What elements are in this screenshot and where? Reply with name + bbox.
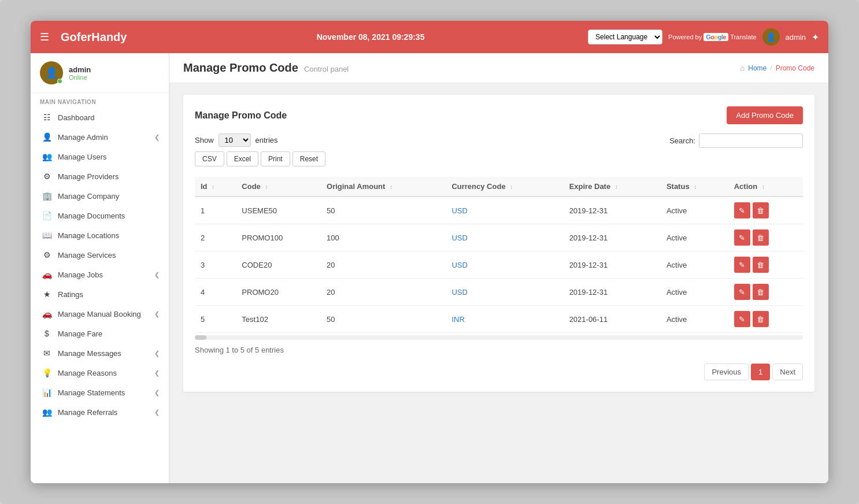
share-icon[interactable]: ✦ [812,32,819,43]
next-button[interactable]: Next [772,364,803,380]
manage-documents-icon: 📄 [42,211,52,220]
sidebar-item-manage-fare[interactable]: $ Manage Fare [31,324,169,343]
sidebar-item-label: Manage Reasons [58,369,117,377]
sidebar-item-ratings[interactable]: ★ Ratings [31,284,169,304]
table-row: 1 USEME50 50 USD 2019-12-31 Active ✎ 🗑 [195,197,803,224]
breadcrumb-home[interactable]: Home [748,64,767,72]
delete-button[interactable]: 🗑 [753,202,769,218]
language-select[interactable]: Select Language [588,29,662,45]
col-status[interactable]: Status ↕ [661,177,728,197]
card-title: Manage Promo Code [195,110,287,121]
sidebar: 👤 admin Online MAIN NAVIGATION ☷ Dashboa… [31,53,169,483]
edit-button[interactable]: ✎ [734,202,750,218]
manage-admin-icon: 👤 [42,132,52,142]
cell-action: ✎ 🗑 [728,306,803,333]
sidebar-item-manage-services[interactable]: ⚙ Manage Services [31,245,169,265]
col-code[interactable]: Code ↕ [236,177,321,197]
sidebar-status: Online [69,74,91,81]
delete-button[interactable]: 🗑 [753,284,769,300]
brand-logo: GoferHandy [61,31,153,44]
cell-currency-code: USD [446,279,563,306]
cell-original-amount: 50 [321,306,446,333]
col-original-amount[interactable]: Original Amount ↕ [321,177,446,197]
edit-button[interactable]: ✎ [734,229,750,246]
manage-jobs-icon: 🚗 [42,270,52,279]
menu-icon[interactable]: ☰ [40,31,49,43]
sidebar-item-label: Dashboard [58,113,95,122]
cell-action: ✎ 🗑 [728,279,803,306]
sidebar-item-label: Manage Fare [58,329,102,338]
cell-code: USEME50 [236,197,321,224]
sidebar-item-label: Manage Manual Booking [58,310,141,318]
online-indicator [57,79,62,84]
admin-avatar: 👤 [762,28,780,46]
col-action[interactable]: Action ↕ [728,177,803,197]
delete-button[interactable]: 🗑 [753,229,769,246]
sidebar-item-label: Manage Documents [58,212,125,220]
col-id[interactable]: Id ↕ [195,177,236,197]
manage-providers-icon: ⚙ [42,172,52,181]
sidebar-item-manage-reasons[interactable]: 💡 Manage Reasons ❮ [31,363,169,383]
search-row: Search: [669,134,803,148]
sidebar-item-manage-referrals[interactable]: 👥 Manage Referrals ❮ [31,402,169,422]
sidebar-item-manage-manual-booking[interactable]: 🚗 Manage Manual Booking ❮ [31,304,169,324]
sidebar-item-manage-statements[interactable]: 📊 Manage Statements ❮ [31,383,169,402]
sidebar-item-label: Manage Services [58,251,116,260]
google-logo: Google [704,33,728,41]
breadcrumb: ⌂ Home / Promo Code [740,64,814,72]
header-right: Select Language Powered by Google Transl… [588,28,819,46]
delete-button[interactable]: 🗑 [753,311,769,327]
manage-fare-icon: $ [42,329,52,338]
add-promo-code-button[interactable]: Add Promo Code [727,106,803,124]
cell-code: PROMO20 [236,279,321,306]
previous-button[interactable]: Previous [704,364,749,380]
sidebar-item-label: Manage Company [58,192,119,201]
dashboard-icon: ☷ [42,113,52,122]
sidebar-item-manage-locations[interactable]: 📖 Manage Locations [31,225,169,245]
print-button[interactable]: Print [261,151,290,166]
sidebar-nav-label: MAIN NAVIGATION [31,93,169,108]
edit-button[interactable]: ✎ [734,257,750,273]
table-scroll-wrap: Id ↕ Code ↕ Original Amount ↕ Currency C… [195,177,803,333]
delete-button[interactable]: 🗑 [753,257,769,273]
sidebar-item-manage-jobs[interactable]: 🚗 Manage Jobs ❮ [31,265,169,284]
sidebar-item-label: Manage Users [58,153,107,161]
cell-id: 1 [195,197,236,224]
table-info: Showing 1 to 5 of 5 entries [195,346,803,354]
cell-status: Active [661,251,728,279]
sidebar-item-manage-documents[interactable]: 📄 Manage Documents [31,206,169,225]
ratings-icon: ★ [42,290,52,299]
cell-action: ✎ 🗑 [728,224,803,251]
scroll-thumb[interactable] [195,335,206,340]
sidebar-item-label: Manage Locations [58,231,119,240]
reset-button[interactable]: Reset [292,151,325,166]
excel-button[interactable]: Excel [227,151,258,166]
home-icon: ⌂ [740,64,745,72]
cell-id: 2 [195,224,236,251]
breadcrumb-separator: / [770,64,772,72]
sidebar-item-dashboard[interactable]: ☷ Dashboard [31,108,169,127]
sidebar-item-manage-messages[interactable]: ✉ Manage Messages ❮ [31,343,169,363]
cell-original-amount: 50 [321,197,446,224]
cell-expire-date: 2021-06-11 [564,306,661,333]
search-input[interactable] [699,134,803,148]
sidebar-item-manage-company[interactable]: 🏢 Manage Company [31,186,169,206]
horizontal-scrollbar[interactable] [195,335,803,340]
col-currency-code[interactable]: Currency Code ↕ [446,177,563,197]
show-label: Show [195,136,214,144]
page-1-button[interactable]: 1 [751,364,770,380]
cell-status: Active [661,224,728,251]
cell-action: ✎ 🗑 [728,251,803,279]
cell-code: CODE20 [236,251,321,279]
sidebar-item-manage-users[interactable]: 👥 Manage Users [31,147,169,166]
entries-select[interactable]: 10 25 50 100 [219,134,251,147]
edit-button[interactable]: ✎ [734,311,750,327]
csv-button[interactable]: CSV [195,151,224,166]
edit-button[interactable]: ✎ [734,284,750,300]
promo-code-table: Id ↕ Code ↕ Original Amount ↕ Currency C… [195,177,803,333]
cell-expire-date: 2019-12-31 [564,251,661,279]
cell-expire-date: 2019-12-31 [564,279,661,306]
sidebar-item-manage-admin[interactable]: 👤 Manage Admin ❮ [31,127,169,147]
col-expire-date[interactable]: Expire Date ↕ [564,177,661,197]
sidebar-item-manage-providers[interactable]: ⚙ Manage Providers [31,166,169,186]
